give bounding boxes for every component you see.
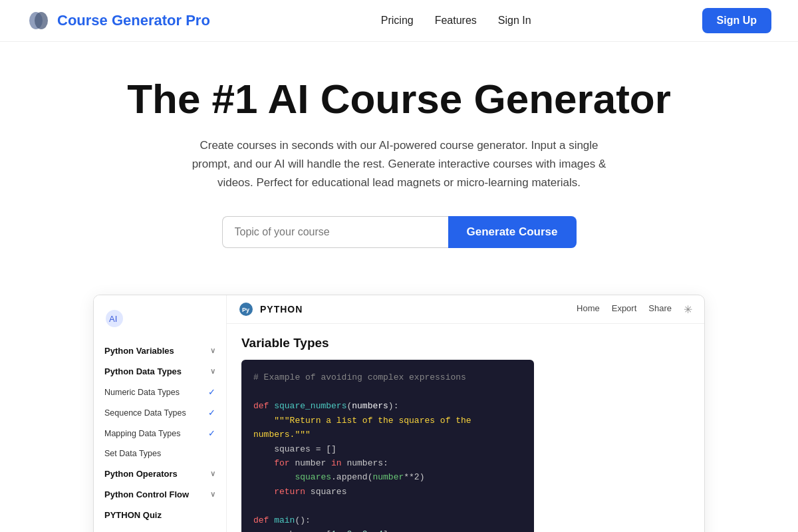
code-for: for bbox=[274, 458, 295, 468]
svg-text:AI: AI bbox=[109, 314, 117, 324]
code-func-name: square_numbers bbox=[274, 401, 346, 411]
code-block: # Example of avoiding complex expression… bbox=[241, 360, 534, 532]
code-return: return bbox=[274, 487, 311, 497]
course-name-label: PYTHON bbox=[260, 304, 303, 315]
check-icon: ✓ bbox=[208, 408, 215, 418]
content-section-title: Variable Types bbox=[241, 336, 690, 350]
hero-subtitle: Create courses in seconds with our AI-po… bbox=[186, 136, 612, 192]
code-keyword-def: def bbox=[253, 401, 274, 411]
generate-course-button[interactable]: Generate Course bbox=[448, 216, 577, 248]
topbar-home[interactable]: Home bbox=[577, 303, 600, 316]
topbar-right: Home Export Share ✳ bbox=[577, 303, 692, 316]
nav-links: Pricing Features Sign In bbox=[381, 15, 531, 27]
code-squares-init: squares = [] bbox=[274, 444, 336, 454]
nav-signin[interactable]: Sign In bbox=[498, 15, 531, 27]
sidebar-item-operators[interactable]: Python Operators ∨ bbox=[94, 464, 226, 484]
logo[interactable]: Course Generator Pro bbox=[27, 9, 210, 33]
chevron-icon: ∨ bbox=[210, 490, 215, 499]
main-content-area: Py PYTHON Home Export Share ✳ Variable T… bbox=[227, 295, 704, 532]
signup-button[interactable]: Sign Up bbox=[702, 8, 771, 33]
content-body: Variable Types # Example of avoiding com… bbox=[227, 324, 704, 532]
hero-section: The #1 AI Course Generator Create course… bbox=[0, 42, 798, 295]
main-topbar: Py PYTHON Home Export Share ✳ bbox=[227, 295, 704, 324]
topbar-share[interactable]: Share bbox=[648, 303, 672, 316]
logo-text: Course Generator Pro bbox=[57, 12, 210, 29]
search-row: Generate Course bbox=[13, 216, 785, 248]
course-preview: AI Python Variables ∨ Python Data Types … bbox=[93, 295, 705, 532]
code-append: squares bbox=[295, 472, 331, 482]
nav-pricing[interactable]: Pricing bbox=[381, 15, 414, 27]
nav-features[interactable]: Features bbox=[435, 15, 477, 27]
check-icon: ✓ bbox=[208, 387, 215, 397]
course-sidebar: AI Python Variables ∨ Python Data Types … bbox=[94, 295, 227, 532]
sidebar-item-control-flow[interactable]: Python Control Flow ∨ bbox=[94, 484, 226, 505]
settings-icon[interactable]: ✳ bbox=[684, 303, 692, 316]
check-icon: ✓ bbox=[208, 428, 215, 438]
sidebar-item-sequence[interactable]: Sequence Data Types ✓ bbox=[94, 402, 226, 423]
topbar-left: Py PYTHON bbox=[239, 302, 303, 317]
code-main-func: main bbox=[274, 515, 295, 525]
course-topic-input[interactable] bbox=[222, 216, 448, 248]
sidebar-item-python-data-types[interactable]: Python Data Types ∨ bbox=[94, 361, 226, 382]
sidebar-item-set[interactable]: Set Data Types bbox=[94, 444, 226, 464]
sidebar-logo: AI bbox=[94, 305, 226, 340]
sidebar-item-numeric[interactable]: Numeric Data Types ✓ bbox=[94, 382, 226, 402]
code-line-comment: # Example of avoiding complex expression… bbox=[253, 372, 466, 382]
python-icon: Py bbox=[239, 302, 253, 317]
navbar-actions: Sign Up bbox=[702, 8, 771, 33]
sidebar-item-mapping[interactable]: Mapping Data Types ✓ bbox=[94, 423, 226, 444]
code-docstring: """Return a list of the squares of the n… bbox=[253, 416, 471, 440]
hero-title: The #1 AI Course Generator bbox=[13, 76, 785, 122]
logo-icon bbox=[27, 9, 51, 33]
chevron-icon: ∨ bbox=[210, 346, 215, 355]
svg-point-1 bbox=[35, 12, 48, 29]
code-numbers: numbers = [ bbox=[274, 529, 331, 532]
code-keyword-def2: def bbox=[253, 515, 274, 525]
navbar: Course Generator Pro Pricing Features Si… bbox=[0, 0, 798, 42]
svg-text:Py: Py bbox=[242, 307, 249, 313]
topbar-export[interactable]: Export bbox=[612, 303, 637, 316]
sidebar-item-quiz[interactable]: PYTHON Quiz bbox=[94, 505, 226, 525]
sidebar-item-python-variables[interactable]: Python Variables ∨ bbox=[94, 340, 226, 361]
sidebar-logo-icon: AI bbox=[104, 309, 124, 329]
chevron-icon: ∨ bbox=[210, 469, 215, 478]
chevron-icon: ∨ bbox=[210, 367, 215, 376]
